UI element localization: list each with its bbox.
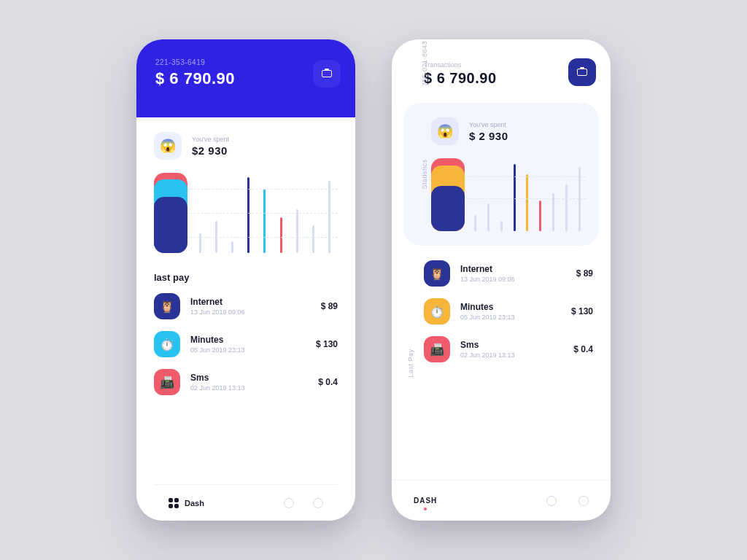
statistics-card: Statistics 😱 You've spent $ 2 930 bbox=[403, 103, 599, 246]
pay-amount: $ 89 bbox=[321, 301, 338, 311]
lastpay-list: 🦉Internet13 Jun 2019 09:06$ 89⏱️Minutes0… bbox=[424, 260, 593, 362]
pay-category-icon: 📠 bbox=[154, 369, 180, 395]
balance: $ 6 790.90 bbox=[155, 69, 336, 88]
pay-amount: $ 0.4 bbox=[318, 377, 338, 387]
pay-row[interactable]: ⏱️Minutes05 Jun 2019 23:13$ 130 bbox=[424, 298, 593, 324]
statistics-chart bbox=[431, 158, 586, 231]
lastpay-section: Last Pay 🦉Internet13 Jun 2019 09:06$ 89⏱… bbox=[392, 246, 611, 480]
header: 355-021-8643 Transactions $ 6 790.90 bbox=[392, 39, 611, 87]
pay-name: Sms bbox=[460, 340, 515, 350]
clock-icon[interactable] bbox=[546, 496, 557, 506]
chart-stack bbox=[431, 158, 465, 231]
tab-dash-label: Dash bbox=[185, 499, 204, 508]
tab-bar: Dash bbox=[154, 484, 338, 521]
shocked-face-icon: 😱 bbox=[431, 117, 459, 145]
pay-amount: $ 130 bbox=[316, 339, 338, 349]
pay-name: Minutes bbox=[460, 302, 515, 312]
chart-stack bbox=[154, 173, 187, 253]
side-lastpay-label: Last Pay bbox=[407, 349, 414, 377]
chart-bar bbox=[231, 241, 233, 254]
chart-bar bbox=[263, 189, 266, 253]
profile-icon[interactable] bbox=[313, 498, 323, 508]
chart-bar bbox=[526, 174, 528, 231]
profile-icon[interactable] bbox=[578, 496, 589, 506]
pay-date: 02 Jun 2019 13:13 bbox=[460, 351, 515, 359]
wallet-icon bbox=[577, 69, 587, 76]
chart-bar bbox=[280, 217, 282, 254]
spent-value: $2 930 bbox=[192, 144, 229, 157]
compass-icon[interactable] bbox=[284, 498, 294, 508]
pay-row[interactable]: 📠Sms02 Jun 2019 13:13$ 0.4 bbox=[154, 369, 338, 395]
tab-dash[interactable]: DASH bbox=[414, 497, 437, 505]
pay-name: Minutes bbox=[190, 335, 245, 345]
wallet-icon bbox=[322, 70, 332, 77]
spent-label: You've spent bbox=[469, 121, 508, 128]
side-account-number: 355-021-8643 bbox=[421, 40, 428, 85]
pay-row[interactable]: 🦉Internet13 Jun 2019 09:06$ 89 bbox=[154, 293, 338, 319]
pay-date: 05 Jun 2019 23:13 bbox=[190, 346, 245, 354]
header: 221-353-6419 $ 6 790.90 bbox=[136, 39, 355, 117]
chart-bar bbox=[312, 225, 314, 254]
tab-bar: DASH bbox=[392, 480, 611, 521]
pay-date: 05 Jun 2019 23:13 bbox=[460, 314, 515, 321]
lastpay-title: last pay bbox=[154, 272, 338, 283]
pay-date: 13 Jun 2019 09:06 bbox=[190, 308, 245, 316]
chart-bar bbox=[328, 181, 330, 253]
chart-bar bbox=[199, 233, 201, 254]
pay-amount: $ 89 bbox=[576, 268, 593, 279]
chart-bars bbox=[469, 158, 586, 231]
pay-row[interactable]: 🦉Internet13 Jun 2019 09:06$ 89 bbox=[424, 260, 593, 287]
wallet-button[interactable] bbox=[568, 58, 596, 86]
chart-bar bbox=[296, 209, 298, 254]
pay-category-icon: 🦉 bbox=[154, 293, 180, 319]
pay-name: Internet bbox=[460, 264, 515, 274]
phone-left: 221-353-6419 $ 6 790.90 statistics 😱 You… bbox=[136, 39, 355, 521]
content-card: statistics 😱 You've spent $2 930 last pa… bbox=[136, 90, 355, 521]
shocked-face-icon: 😱 bbox=[154, 132, 182, 160]
pay-amount: $ 130 bbox=[571, 306, 593, 316]
wallet-button[interactable] bbox=[313, 60, 341, 88]
spent-value: $ 2 930 bbox=[469, 130, 508, 142]
chart-bar bbox=[514, 164, 516, 231]
chart-bar bbox=[565, 184, 568, 231]
pay-amount: $ 0.4 bbox=[573, 344, 593, 354]
spent-summary: 😱 You've spent $2 930 bbox=[154, 132, 338, 160]
grid-icon bbox=[169, 498, 179, 508]
pay-name: Internet bbox=[190, 297, 245, 307]
chart-bar bbox=[539, 201, 541, 231]
pay-category-icon: 📠 bbox=[424, 336, 450, 362]
phone-right: 355-021-8643 Transactions $ 6 790.90 Sta… bbox=[392, 39, 611, 521]
chart-bar bbox=[474, 215, 476, 231]
statistics-chart bbox=[154, 173, 338, 253]
pay-row[interactable]: 📠Sms02 Jun 2019 13:13$ 0.4 bbox=[424, 336, 593, 362]
lastpay-list: 🦉Internet13 Jun 2019 09:06$ 89⏱️Minutes0… bbox=[154, 293, 338, 407]
tab-dash[interactable]: Dash bbox=[169, 498, 204, 508]
account-number: 221-353-6419 bbox=[155, 58, 336, 66]
pay-row[interactable]: ⏱️Minutes05 Jun 2019 23:13$ 130 bbox=[154, 331, 338, 357]
spent-summary: 😱 You've spent $ 2 930 bbox=[431, 117, 586, 145]
pay-date: 02 Jun 2019 13:13 bbox=[190, 384, 245, 392]
pay-category-icon: 🦉 bbox=[424, 260, 450, 287]
chart-bar bbox=[487, 203, 489, 231]
pay-name: Sms bbox=[190, 373, 245, 383]
pay-category-icon: ⏱️ bbox=[424, 298, 450, 324]
side-statistics-label: Statistics bbox=[421, 159, 428, 189]
pay-category-icon: ⏱️ bbox=[154, 331, 180, 357]
pay-date: 13 Jun 2019 09:06 bbox=[460, 276, 515, 283]
chart-bar bbox=[500, 221, 503, 231]
spent-label: You've spent bbox=[192, 136, 229, 143]
